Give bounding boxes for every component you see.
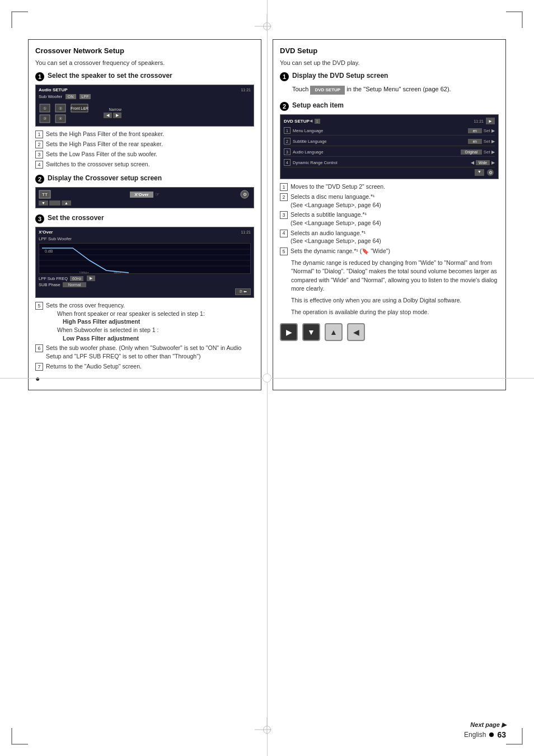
dvd-drc-controls: ◀ Wide ▶ bbox=[471, 160, 495, 165]
inst-text-7: Returns to the "Audio Setup" screen. bbox=[46, 362, 142, 371]
inst-num-4: 4 bbox=[35, 161, 43, 169]
inst5-sub1: When front speaker or rear speaker is se… bbox=[46, 310, 205, 317]
nav-btn-up[interactable]: ▲ bbox=[325, 323, 343, 341]
dvd-drc-value: Wide bbox=[476, 160, 490, 165]
dvd-row-num-1: 1 bbox=[284, 127, 291, 134]
crossover-section-title: Crossover Network Setup bbox=[35, 46, 254, 55]
inst-text-1: Sets the High Pass Filter of the front s… bbox=[46, 130, 164, 138]
finger-pointer-icon: ☞ bbox=[155, 192, 160, 197]
audio-setup-time: 11:21 bbox=[241, 88, 251, 92]
return-btn: ⑦ ⬅ bbox=[235, 288, 251, 295]
crossover-intro: You can set a crossover frequency of spe… bbox=[35, 59, 254, 66]
audio-setup-title: Audio SETUP bbox=[39, 87, 68, 92]
dvd-screen-icon: ► bbox=[486, 118, 495, 124]
step2-title: Display the Crossover setup screen bbox=[48, 174, 162, 182]
inst-text-5: Sets the cross over frequency. When fron… bbox=[46, 301, 205, 342]
dvd-menu-lang-set: Set ▶ bbox=[484, 128, 495, 133]
crossover-step1-header: 1 Select the speaker to set the crossove… bbox=[35, 72, 254, 81]
nav-buttons: ▶ ▼ ▲ ◀ bbox=[280, 323, 499, 341]
dvd-menu-lang-value: en bbox=[468, 128, 482, 133]
narrow-label: Narrow bbox=[104, 108, 121, 111]
dvd-row-num-2: 2 bbox=[284, 138, 291, 144]
page-language: English bbox=[464, 731, 486, 739]
svg-text:⚙: ⚙ bbox=[242, 192, 246, 197]
corner-mark-tl bbox=[11, 11, 28, 28]
xover-setup-screen: X'Over 11:21 LPF Sub Woofer bbox=[35, 227, 254, 298]
inst-item-5: 5 Sets the cross over frequency. When fr… bbox=[35, 301, 254, 342]
step1-number: 1 bbox=[35, 72, 44, 81]
crossover-section: Crossover Network Setup You can set a cr… bbox=[28, 39, 261, 390]
dvd-menu-lang-label: Menu Language bbox=[293, 128, 332, 133]
inst-item-2: 2 Sets the High Pass Filter of the rear … bbox=[35, 140, 254, 148]
svg-text:►: ► bbox=[488, 119, 493, 124]
inst-num-2: 2 bbox=[35, 141, 43, 148]
nav-btn-back[interactable]: ◀ bbox=[347, 323, 365, 341]
next-page-label: Next page ▶ bbox=[464, 721, 506, 729]
center-circle bbox=[263, 374, 271, 382]
dvd-inst-item-1: 1 Moves to the "DVD Setup 2" screen. bbox=[280, 183, 499, 191]
svg-text:④: ④ bbox=[59, 116, 62, 120]
inst-num-3: 3 bbox=[35, 151, 43, 158]
nav-btn-down[interactable]: ▼ bbox=[302, 323, 320, 341]
bottom-crosshair-circle bbox=[263, 726, 271, 734]
dvd-inst-text-1: Moves to the "DVD Setup 2" screen. bbox=[291, 183, 385, 191]
dvd-section: DVD Setup You can set up the DVD play. 1… bbox=[273, 39, 506, 390]
speaker-diagram-svg: ① ② Front L&R ③ ④ bbox=[39, 101, 100, 124]
dvd-step2-number: 2 bbox=[280, 102, 289, 111]
sub-phase-label: SUB Phase bbox=[39, 282, 60, 287]
dvd-drc-label: Dynamic Range Control bbox=[293, 160, 338, 165]
nav-btn-play[interactable]: ▶ bbox=[280, 323, 298, 341]
xover-graph: 0.dB 100Hz 9kHz bbox=[39, 243, 251, 274]
dvd-drc-left: ◀ bbox=[471, 160, 474, 165]
xover-title: X'Over bbox=[39, 230, 53, 235]
dvd-audio-lang-set: Set ▶ bbox=[484, 150, 495, 155]
dvd-inst-item-2: 2 Selects a disc menu language.*¹(See <L… bbox=[280, 193, 499, 209]
dvd-inst-item-5: 5 Sets the dynamic range.*¹ (🔖 "Wide") bbox=[280, 247, 499, 255]
dvd-setup-touch-btn: DVD SETUP bbox=[310, 86, 345, 95]
dvd-numbered-items: 1 Moves to the "DVD Setup 2" screen. 2 S… bbox=[280, 183, 499, 255]
dvd-drc-para2: This is effective only when you are usin… bbox=[291, 296, 499, 305]
dvd-inst-text-2: Selects a disc menu language.*¹(See <Lan… bbox=[291, 193, 381, 209]
dvd-row-num-3: 3 bbox=[284, 148, 291, 155]
inst-item-4: 4 Switches to the crossover setup screen… bbox=[35, 160, 254, 169]
dvd-inst-text-4: Selects an audio language.*¹(See <Langua… bbox=[291, 229, 381, 245]
inst5-sub4: Low Pass Filter adjustment bbox=[46, 335, 139, 342]
dvd-step1-instruction: Touch DVD SETUP in the "Setup Menu" scre… bbox=[292, 85, 499, 96]
dvd-inst-item-4: 4 Selects an audio language.*¹(See <Lang… bbox=[280, 229, 499, 245]
page-container: Crossover Network Setup You can set a cr… bbox=[0, 0, 534, 756]
svg-text:Front L&R: Front L&R bbox=[71, 106, 88, 110]
dvd-step2-title: Setup each item bbox=[292, 101, 344, 109]
dvd-inst-num-1: 1 bbox=[280, 183, 288, 191]
corner-mark-bl bbox=[11, 728, 28, 745]
crossover-step3-header: 3 Set the crossover bbox=[35, 214, 254, 223]
page-footer: Next page ▶ English 63 bbox=[464, 721, 506, 739]
dvd-inst-num-4: 4 bbox=[280, 230, 288, 237]
dvd-row-subtitle-lang: 2 Subtitle Language en Set ▶ bbox=[284, 137, 495, 146]
dvd-step1-title: Display the DVD Setup screen bbox=[292, 72, 388, 80]
dvd-subtitle-lang-label: Subtitle Language bbox=[293, 139, 332, 144]
xover-display-screen: TT X'Over ☞ ⚙ ▼ ▲ bbox=[35, 187, 254, 208]
dvd-drc-para3: The operation is available during the pl… bbox=[291, 308, 499, 316]
dvd-setup-screen: DVD SETUP ◀ 1 11:21 ► 1 Menu Language en bbox=[280, 114, 499, 179]
step1-items: 1 Sets the High Pass Filter of the front… bbox=[35, 130, 254, 169]
crossover-step2-header: 2 Display the Crossover setup screen bbox=[35, 174, 254, 184]
dvd-subtitle-lang-controls: en Set ▶ bbox=[468, 139, 495, 144]
inst-num-5: 5 bbox=[35, 302, 43, 310]
dvd-row-drc: 4 Dynamic Range Control ◀ Wide ▶ bbox=[284, 158, 495, 167]
dvd-inst-num-3: 3 bbox=[280, 211, 288, 219]
svg-text:②: ② bbox=[59, 106, 62, 110]
svg-text:TT: TT bbox=[42, 192, 48, 197]
svg-text:9kHz: 9kHz bbox=[114, 271, 121, 273]
inst-item-6: 6 Sets the sub woofer phase. (Only when … bbox=[35, 344, 254, 360]
dvd-inst-num-2: 2 bbox=[280, 193, 288, 201]
freq-value: 60Hz bbox=[70, 276, 83, 281]
svg-text:0.dB: 0.dB bbox=[45, 249, 53, 253]
svg-text:⚙: ⚙ bbox=[489, 170, 493, 175]
xover-button: X'Over bbox=[130, 192, 153, 198]
inst5-sub3: When Subwoofer is selected in step 1 : bbox=[46, 326, 159, 333]
dvd-step1-number: 1 bbox=[280, 72, 289, 81]
inst-item-3: 3 Sets the Low Pass Filter of the sub wo… bbox=[35, 150, 254, 158]
step2-number: 2 bbox=[35, 175, 44, 184]
svg-text:100Hz: 100Hz bbox=[79, 271, 88, 273]
speaker-icon-small: TT bbox=[39, 190, 51, 199]
